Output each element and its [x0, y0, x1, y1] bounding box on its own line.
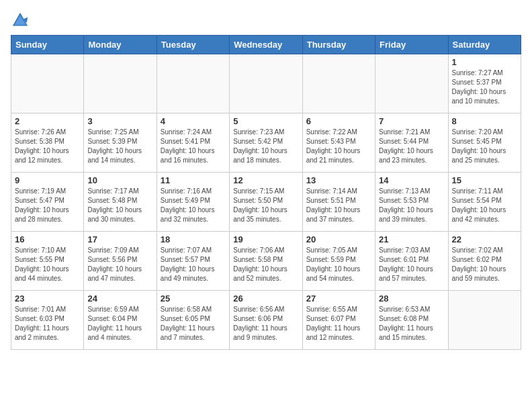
- calendar-cell: 14Sunrise: 7:13 AM Sunset: 5:53 PM Dayli…: [375, 173, 448, 232]
- day-info: Sunrise: 7:27 AM Sunset: 5:37 PM Dayligh…: [452, 68, 517, 106]
- day-number: 14: [379, 175, 444, 185]
- day-info: Sunrise: 7:01 AM Sunset: 6:03 PM Dayligh…: [15, 305, 80, 342]
- calendar-cell: 27Sunrise: 6:55 AM Sunset: 6:07 PM Dayli…: [302, 291, 375, 350]
- day-info: Sunrise: 7:13 AM Sunset: 5:53 PM Dayligh…: [379, 187, 444, 224]
- day-number: 11: [161, 175, 226, 185]
- calendar-cell: 17Sunrise: 7:09 AM Sunset: 5:56 PM Dayli…: [84, 232, 157, 291]
- day-info: Sunrise: 7:26 AM Sunset: 5:38 PM Dayligh…: [15, 128, 80, 165]
- calendar-cell: 7Sunrise: 7:21 AM Sunset: 5:44 PM Daylig…: [375, 113, 448, 173]
- day-number: 26: [233, 293, 298, 304]
- day-number: 4: [161, 116, 226, 126]
- calendar-cell: [448, 291, 521, 350]
- calendar-cell: 25Sunrise: 6:58 AM Sunset: 6:05 PM Dayli…: [157, 291, 229, 350]
- day-info: Sunrise: 6:53 AM Sunset: 6:08 PM Dayligh…: [379, 305, 444, 342]
- day-info: Sunrise: 7:21 AM Sunset: 5:44 PM Dayligh…: [379, 128, 444, 165]
- day-info: Sunrise: 7:22 AM Sunset: 5:43 PM Dayligh…: [306, 128, 371, 165]
- day-info: Sunrise: 7:20 AM Sunset: 5:45 PM Dayligh…: [452, 128, 517, 165]
- calendar-cell: [11, 54, 84, 113]
- calendar-cell: 9Sunrise: 7:19 AM Sunset: 5:47 PM Daylig…: [11, 173, 84, 232]
- day-info: Sunrise: 7:11 AM Sunset: 5:54 PM Dayligh…: [452, 187, 517, 224]
- calendar-cell: 3Sunrise: 7:25 AM Sunset: 5:39 PM Daylig…: [84, 113, 157, 173]
- weekday-header-wednesday: Wednesday: [230, 36, 302, 54]
- calendar-cell: 10Sunrise: 7:17 AM Sunset: 5:48 PM Dayli…: [84, 173, 157, 232]
- calendar-cell: 21Sunrise: 7:03 AM Sunset: 6:01 PM Dayli…: [375, 232, 448, 291]
- day-info: Sunrise: 7:15 AM Sunset: 5:50 PM Dayligh…: [233, 187, 298, 224]
- day-info: Sunrise: 6:58 AM Sunset: 6:05 PM Dayligh…: [161, 305, 226, 342]
- day-info: Sunrise: 7:03 AM Sunset: 6:01 PM Dayligh…: [379, 246, 444, 283]
- day-info: Sunrise: 7:09 AM Sunset: 5:56 PM Dayligh…: [87, 246, 152, 283]
- day-number: 10: [87, 175, 152, 185]
- calendar-week-row: 23Sunrise: 7:01 AM Sunset: 6:03 PM Dayli…: [11, 291, 521, 350]
- calendar-cell: 18Sunrise: 7:07 AM Sunset: 5:57 PM Dayli…: [157, 232, 229, 291]
- day-number: 19: [233, 234, 298, 244]
- calendar-cell: 5Sunrise: 7:23 AM Sunset: 5:42 PM Daylig…: [230, 113, 302, 173]
- day-info: Sunrise: 7:06 AM Sunset: 5:58 PM Dayligh…: [233, 246, 298, 283]
- day-info: Sunrise: 7:14 AM Sunset: 5:51 PM Dayligh…: [306, 187, 371, 224]
- calendar-week-row: 1Sunrise: 7:27 AM Sunset: 5:37 PM Daylig…: [11, 54, 521, 113]
- calendar-cell: 6Sunrise: 7:22 AM Sunset: 5:43 PM Daylig…: [302, 113, 375, 173]
- day-number: 8: [452, 116, 517, 126]
- weekday-header-monday: Monday: [84, 36, 157, 54]
- day-number: 9: [15, 175, 80, 185]
- day-number: 27: [306, 293, 371, 304]
- weekday-header-row: SundayMondayTuesdayWednesdayThursdayFrid…: [11, 36, 521, 54]
- calendar-cell: 28Sunrise: 6:53 AM Sunset: 6:08 PM Dayli…: [375, 291, 448, 350]
- calendar-week-row: 16Sunrise: 7:10 AM Sunset: 5:55 PM Dayli…: [11, 232, 521, 291]
- calendar-cell: 4Sunrise: 7:24 AM Sunset: 5:41 PM Daylig…: [157, 113, 229, 173]
- day-number: 18: [161, 234, 226, 244]
- calendar-cell: 20Sunrise: 7:05 AM Sunset: 5:59 PM Dayli…: [302, 232, 375, 291]
- calendar-cell: [84, 54, 157, 113]
- day-info: Sunrise: 7:23 AM Sunset: 5:42 PM Dayligh…: [233, 128, 298, 165]
- calendar-cell: [302, 54, 375, 113]
- calendar-table: SundayMondayTuesdayWednesdayThursdayFrid…: [11, 35, 521, 350]
- day-number: 5: [233, 116, 298, 126]
- day-info: Sunrise: 7:02 AM Sunset: 6:02 PM Dayligh…: [452, 246, 517, 283]
- logo: [11, 11, 32, 30]
- day-info: Sunrise: 7:05 AM Sunset: 5:59 PM Dayligh…: [306, 246, 371, 283]
- day-number: 25: [161, 293, 226, 304]
- day-info: Sunrise: 6:59 AM Sunset: 6:04 PM Dayligh…: [87, 305, 152, 342]
- weekday-header-friday: Friday: [375, 36, 448, 54]
- calendar-cell: 8Sunrise: 7:20 AM Sunset: 5:45 PM Daylig…: [448, 113, 521, 173]
- day-number: 15: [452, 175, 517, 185]
- day-info: Sunrise: 7:10 AM Sunset: 5:55 PM Dayligh…: [15, 246, 80, 283]
- calendar-week-row: 9Sunrise: 7:19 AM Sunset: 5:47 PM Daylig…: [11, 173, 521, 232]
- day-info: Sunrise: 7:16 AM Sunset: 5:49 PM Dayligh…: [161, 187, 226, 224]
- day-number: 2: [15, 116, 80, 126]
- day-info: Sunrise: 6:55 AM Sunset: 6:07 PM Dayligh…: [306, 305, 371, 342]
- day-info: Sunrise: 7:24 AM Sunset: 5:41 PM Dayligh…: [161, 128, 226, 165]
- day-number: 1: [452, 57, 517, 67]
- day-number: 17: [87, 234, 152, 244]
- day-number: 13: [306, 175, 371, 185]
- day-number: 21: [379, 234, 444, 244]
- calendar-cell: 11Sunrise: 7:16 AM Sunset: 5:49 PM Dayli…: [157, 173, 229, 232]
- calendar-cell: 15Sunrise: 7:11 AM Sunset: 5:54 PM Dayli…: [448, 173, 521, 232]
- calendar-cell: 2Sunrise: 7:26 AM Sunset: 5:38 PM Daylig…: [11, 113, 84, 173]
- calendar-cell: 19Sunrise: 7:06 AM Sunset: 5:58 PM Dayli…: [230, 232, 302, 291]
- day-info: Sunrise: 7:25 AM Sunset: 5:39 PM Dayligh…: [87, 128, 152, 165]
- calendar-cell: 24Sunrise: 6:59 AM Sunset: 6:04 PM Dayli…: [84, 291, 157, 350]
- calendar-cell: 26Sunrise: 6:56 AM Sunset: 6:06 PM Dayli…: [230, 291, 302, 350]
- day-number: 12: [233, 175, 298, 185]
- logo-icon: [11, 11, 30, 30]
- day-number: 16: [15, 234, 80, 244]
- day-number: 28: [379, 293, 444, 304]
- calendar-cell: 23Sunrise: 7:01 AM Sunset: 6:03 PM Dayli…: [11, 291, 84, 350]
- weekday-header-thursday: Thursday: [302, 36, 375, 54]
- day-number: 23: [15, 293, 80, 304]
- calendar-cell: [375, 54, 448, 113]
- day-info: Sunrise: 7:19 AM Sunset: 5:47 PM Dayligh…: [15, 187, 80, 224]
- calendar-cell: [230, 54, 302, 113]
- calendar-cell: [157, 54, 229, 113]
- day-number: 20: [306, 234, 371, 244]
- day-number: 7: [379, 116, 444, 126]
- day-info: Sunrise: 7:07 AM Sunset: 5:57 PM Dayligh…: [161, 246, 226, 283]
- weekday-header-saturday: Saturday: [448, 36, 521, 54]
- day-number: 22: [452, 234, 517, 244]
- day-info: Sunrise: 7:17 AM Sunset: 5:48 PM Dayligh…: [87, 187, 152, 224]
- calendar-cell: 13Sunrise: 7:14 AM Sunset: 5:51 PM Dayli…: [302, 173, 375, 232]
- weekday-header-tuesday: Tuesday: [157, 36, 229, 54]
- day-number: 6: [306, 116, 371, 126]
- calendar-cell: 1Sunrise: 7:27 AM Sunset: 5:37 PM Daylig…: [448, 54, 521, 113]
- day-info: Sunrise: 6:56 AM Sunset: 6:06 PM Dayligh…: [233, 305, 298, 342]
